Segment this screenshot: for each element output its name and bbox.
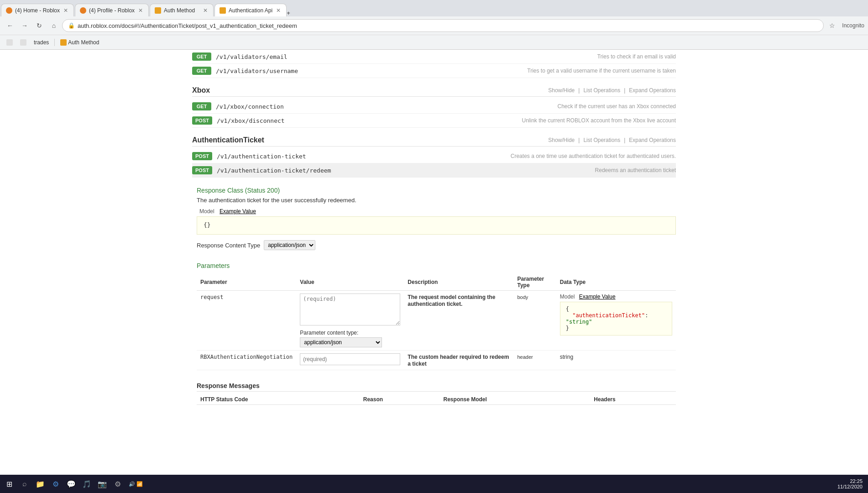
param-request-value-input[interactable] — [300, 294, 400, 325]
toolbar-item-auth-method[interactable]: Auth Method — [58, 38, 102, 47]
param-content-type-select[interactable]: application/json text/xml — [300, 337, 382, 347]
tab-bar: (4) Home - Roblox ✕ (4) Profile - Roblox… — [0, 0, 868, 16]
parameters-section: Parameters Parameter Value Description P… — [192, 262, 676, 370]
auth-method-label: Auth Method — [68, 39, 99, 46]
roblox-favicon — [6, 39, 13, 46]
json-open-brace: { — [566, 306, 569, 312]
param-rbx-desc: The custom header required to redeem a t… — [408, 354, 509, 367]
parameters-title: Parameters — [197, 262, 676, 269]
lock-icon: 🔒 — [68, 22, 75, 29]
tab-profile[interactable]: (4) Profile - Roblox ✕ — [75, 4, 149, 16]
xbox-section: Xbox Show/Hide | List Operations | Expan… — [192, 83, 676, 128]
xbox-disconnect-method: POST — [192, 116, 212, 125]
auth-ticket-post2-path: /v1/authentication-ticket/redeem — [217, 167, 591, 174]
xbox-showhide[interactable]: Show/Hide — [548, 87, 575, 94]
response-messages-section: Response Messages HTTP Status Code Reaso… — [192, 378, 676, 405]
xbox-sep2: | — [624, 87, 625, 94]
response-class-section: Response Class (Status 200) The authenti… — [192, 182, 676, 262]
param-request-row: request Parameter content type: applicat… — [197, 291, 676, 351]
param-header-type: Parameter Type — [513, 274, 556, 291]
toolbar-separator — [54, 39, 55, 46]
xbox-expand-ops[interactable]: Expand Operations — [629, 87, 676, 94]
data-type-model-label: Model Example Value — [560, 294, 672, 300]
msg-header-reason: Reason — [360, 394, 440, 405]
validators-username-method: GET — [192, 67, 211, 75]
xbox-section-header: Xbox Show/Hide | List Operations | Expan… — [192, 83, 676, 97]
tab-close-profile[interactable]: ✕ — [137, 6, 144, 15]
bookmark-button[interactable]: ☆ — [826, 19, 838, 32]
auth-ticket-post1-path: /v1/authentication-ticket — [217, 153, 506, 160]
toolbar-item-roblox[interactable] — [4, 38, 16, 47]
incognito-label: Incognito — [842, 22, 864, 29]
param-rbx-type: header — [517, 354, 533, 360]
param-request-type: body — [517, 294, 528, 300]
auth-ticket-post1-row[interactable]: POST /v1/authentication-ticket Creates a… — [192, 149, 676, 163]
tab-label-profile: (4) Profile - Roblox — [89, 7, 135, 14]
param-request-datatype-cell: Model Example Value { "authenticationTic… — [556, 291, 676, 351]
page-content: GET /v1/validators/email Tries to check … — [183, 50, 685, 405]
tab-favicon-home — [6, 7, 12, 14]
response-class-desc: The authentication ticket for the user s… — [197, 197, 676, 204]
model-label-row: Model Example Value — [197, 208, 676, 215]
json-close-brace: } — [566, 325, 569, 331]
xbox-connection-path: /v1/xbox/connection — [216, 103, 553, 110]
auth-ticket-list-ops[interactable]: List Operations — [583, 137, 620, 143]
home-button[interactable]: ⌂ — [47, 19, 60, 32]
toolbar-row: trades Auth Method — [0, 35, 868, 49]
tab-close-auth-method[interactable]: ✕ — [202, 6, 209, 15]
tab-auth-api[interactable]: Authentication Api ✕ — [214, 4, 287, 16]
param-request-desc: The request model containing the authent… — [408, 294, 495, 307]
auth-ticket-post1-method: POST — [192, 152, 212, 160]
response-content-type-row: Response Content Type application/json t… — [197, 240, 676, 250]
param-rbx-value-input[interactable] — [300, 353, 400, 365]
tab-home[interactable]: (4) Home - Roblox ✕ — [1, 4, 74, 16]
validators-email-method: GET — [192, 52, 211, 61]
param-header-parameter: Parameter — [197, 274, 296, 291]
xbox-list-ops[interactable]: List Operations — [583, 87, 620, 94]
data-type-json-box: { "authenticationTicket": "string" } — [560, 302, 672, 336]
xbox-connection-row[interactable]: GET /v1/xbox/connection Check if the cur… — [192, 100, 676, 114]
auth-ticket-post1-desc: Creates a one time use authentication ti… — [511, 153, 676, 159]
auth-ticket-section: AuthenticationTicket Show/Hide | List Op… — [192, 132, 676, 178]
msg-header-status: HTTP Status Code — [197, 394, 360, 405]
validators-username-row[interactable]: GET /v1/validators/username Tries to get… — [192, 64, 676, 78]
validators-email-row[interactable]: GET /v1/validators/email Tries to check … — [192, 50, 676, 64]
reload-button[interactable]: ↻ — [33, 19, 46, 32]
auth-method-favicon — [60, 39, 67, 46]
data-type-model-text: Model — [560, 294, 575, 300]
toolbar-item-trades[interactable]: trades — [31, 38, 52, 47]
auth-ticket-showhide[interactable]: Show/Hide — [548, 137, 575, 143]
auth-ticket-expand-ops[interactable]: Expand Operations — [629, 137, 676, 143]
msg-header-headers: Headers — [590, 394, 676, 405]
tab-favicon-auth-api — [220, 7, 226, 14]
address-bar-row: ← → ↻ ⌂ 🔒 auth.roblox.com/docs#!/Authent… — [0, 16, 868, 35]
tab-close-home[interactable]: ✕ — [63, 6, 69, 15]
auth-ticket-post2-desc: Redeems an authentication ticket — [595, 167, 676, 173]
response-content-type-select[interactable]: application/json text/xml — [264, 240, 315, 250]
address-bar[interactable]: 🔒 auth.roblox.com/docs#!/AuthenticationT… — [62, 19, 824, 32]
auth-ticket-section-controls: Show/Hide | List Operations | Expand Ope… — [548, 137, 676, 143]
back-button[interactable]: ← — [4, 19, 16, 32]
param-header-value: Value — [296, 274, 404, 291]
param-header-description: Description — [404, 274, 513, 291]
roblox2-favicon — [20, 39, 26, 46]
xbox-disconnect-row[interactable]: POST /v1/xbox/disconnect Unlink the curr… — [192, 114, 676, 128]
param-rbx-name: RBXAuthenticationNegotiation — [200, 354, 293, 360]
new-tab-button[interactable]: + — [287, 10, 290, 16]
tab-auth-method[interactable]: Auth Method ✕ — [150, 4, 214, 16]
validators-email-desc: Tries to check if an email is valid — [597, 53, 676, 60]
trades-label: trades — [34, 39, 49, 46]
toolbar-item-roblox2[interactable] — [17, 38, 29, 47]
tab-label-auth-method: Auth Method — [164, 7, 195, 14]
auth-ticket-post2-row[interactable]: POST /v1/authentication-ticket/redeem Re… — [192, 163, 676, 178]
example-value-tab[interactable]: Example Value — [220, 208, 256, 215]
tab-favicon-auth-method — [155, 7, 161, 14]
forward-button[interactable]: → — [18, 19, 31, 32]
param-rbx-datatype: string — [560, 354, 573, 360]
address-text: auth.roblox.com/docs#!/AuthenticationTic… — [78, 22, 818, 29]
tab-close-auth-api[interactable]: ✕ — [275, 6, 282, 15]
auth-ticket-sep1: | — [578, 137, 580, 143]
auth-ticket-post2-method: POST — [192, 166, 212, 174]
json-value-str: "string" — [566, 319, 592, 325]
data-type-example-value[interactable]: Example Value — [579, 294, 616, 300]
